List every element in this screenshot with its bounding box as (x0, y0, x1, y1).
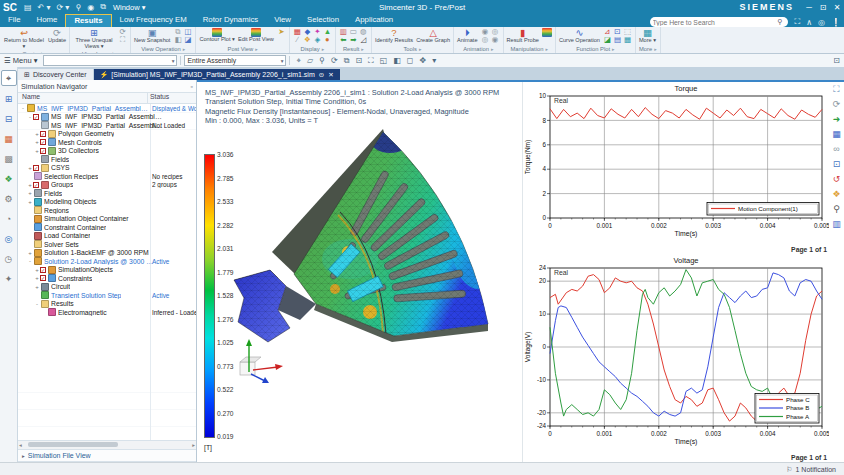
gallery-icon[interactable]: ▤ (24, 3, 32, 12)
ribbon-tab-file[interactable]: File (0, 14, 29, 27)
ribbon-button-create-graph[interactable]: △Create Graph (416, 28, 450, 44)
minimize-ribbon-icon[interactable]: ∧ (806, 18, 812, 27)
select-face-icon[interactable]: ▱ (307, 56, 313, 65)
templates-icon[interactable]: ▩ (2, 152, 16, 166)
tree-row-transient-solution-step[interactable]: Transient Solution StepActive (18, 291, 196, 300)
model-canvas[interactable] (220, 84, 520, 414)
shaded-icon[interactable]: ◧ (393, 56, 401, 65)
tree-row-results[interactable]: -Results (18, 300, 196, 309)
last-frame-icon[interactable]: ◉ (491, 36, 500, 44)
alert-icon[interactable]: ❕ (831, 18, 841, 27)
assembly-scope-select[interactable]: Entire Assembly▾ (184, 55, 286, 66)
ribbon-tab-low-frequency-em[interactable]: Low Frequency EM (112, 14, 195, 27)
search-box[interactable]: ⚲ (650, 17, 788, 27)
display-slash-icon[interactable]: ∕ (293, 36, 302, 44)
snapshot-icon[interactable]: ⛶ (833, 84, 839, 99)
tree-row-3d-collectors[interactable]: +✓3D Collectors (18, 147, 196, 156)
pin-icon[interactable]: ⚲ (75, 3, 81, 12)
find-icon[interactable]: ⚲ (833, 204, 840, 219)
fullscreen-icon[interactable]: ⛶ (795, 17, 801, 27)
tree-row-modeling-objects[interactable]: +Modeling Objects (18, 198, 196, 207)
close-tab-icon[interactable]: ✕ (328, 71, 333, 79)
assembly-navigator-icon[interactable]: ⊞ (2, 92, 16, 106)
close-icon[interactable]: ✕ (830, 3, 844, 12)
restore-icon[interactable]: ⊡ (816, 3, 830, 12)
pan-icon[interactable]: ✥ (419, 56, 426, 65)
more-icon[interactable]: ▾ (432, 56, 436, 65)
tree-row-ms-iwf-ipm3d-partial-assembly-2206-i[interactable]: MS_IWF_IPM3D_Partial_Assembly 2206_i...N… (18, 121, 196, 130)
minimize-icon[interactable]: ─ (802, 3, 816, 12)
refresh-view-icon[interactable]: ⟳ (833, 99, 841, 114)
ribbon-button-identify-results[interactable]: ?Identify Results (375, 28, 413, 44)
ribbon-button-animate[interactable]: ⏵Animate (457, 28, 478, 44)
ribbon-tab-results[interactable]: Results (65, 14, 111, 27)
tree-row-mesh-controls[interactable]: +✓Mesh Controls (18, 138, 196, 147)
tree-row-ms-iwf-ipm3d-partial-assembly-2206-i[interactable]: -✓MS_IWF_IPM3D_Partial_Assembly 2206_i..… (18, 113, 196, 122)
window-icon[interactable]: ⊡ (355, 56, 362, 65)
physics-icon[interactable]: ⚙ (2, 192, 16, 206)
simulation-navigator-icon[interactable]: ⌖ (1, 70, 17, 86)
tree-row-load-container[interactable]: Load Container (18, 232, 196, 241)
tree-row-solver-sets[interactable]: Solver Sets (18, 240, 196, 249)
scroll-left-icon[interactable]: ◂ (19, 441, 22, 449)
checkbox-icon[interactable]: ✓ (33, 165, 39, 171)
undo-red-icon[interactable]: ↺ (833, 174, 841, 189)
tree-row-solution-2-load-analysis-3000-rpm[interactable]: -Solution 2-Load Analysis @ 3000 RPMActi… (18, 257, 196, 266)
help-icon[interactable]: ◎ (818, 18, 825, 27)
constraint-navigator-icon[interactable]: ⊟ (2, 112, 16, 126)
fp-grid-icon[interactable]: ▦ (623, 36, 632, 44)
wireframe-icon[interactable]: ◻ (407, 56, 414, 65)
notification-area[interactable]: ⚐ 1 Notification (786, 466, 836, 474)
display-iso-icon[interactable]: ❖ (303, 36, 312, 44)
column-status[interactable]: Status (148, 93, 196, 103)
window-refresh-icon[interactable]: ⊡ (833, 159, 841, 174)
tree-row-simulation-object-container[interactable]: Simulation Object Container (18, 215, 196, 224)
prev-result-icon[interactable]: ⬅ (339, 36, 348, 44)
pin-tab-icon[interactable]: ⊙ (319, 71, 324, 79)
ribbon-tab-rotor-dynamics[interactable]: Rotor Dynamics (195, 14, 266, 27)
tree-row-constraints[interactable]: +✓Constraints (18, 274, 196, 283)
reuse-library-icon[interactable]: ◔ (2, 212, 16, 226)
tree-row-groups[interactable]: +✓Groups2 groups (18, 181, 196, 190)
ribbon-button-curve-operation[interactable]: ∿Curve Operation (559, 28, 600, 44)
ribbon-tab-selection[interactable]: Selection (299, 14, 347, 27)
ribbon-button-edit-post-view[interactable]: Edit Post View (238, 28, 274, 43)
fp-rows-icon[interactable]: ▤ (613, 36, 622, 44)
search-input[interactable] (653, 18, 776, 27)
tree-row-fields[interactable]: Fields (18, 155, 196, 164)
touch-icon[interactable]: ◉ (87, 3, 94, 12)
ribbon-button-update[interactable]: ⟳Update (48, 28, 66, 44)
next-frame-icon[interactable]: ◎ (481, 36, 490, 44)
columns-icon[interactable]: ▥ (832, 219, 841, 234)
tree-row-csys[interactable]: +✓CSYS (18, 164, 196, 173)
fp-fill-icon[interactable]: ◪ (603, 36, 612, 44)
checkbox-icon[interactable]: ✓ (33, 182, 39, 188)
ribbon-button-contour-plot[interactable]: Contour Plot ▾ (199, 28, 234, 43)
tree-row-ms-iwf-ipm3d-partial-assembly-2206-i-sim[interactable]: -MS_IWF_IPM3D_Partial_Assembly 2206_i_si… (18, 104, 196, 113)
ribbon-tab-view[interactable]: View (266, 14, 299, 27)
ribbon-tab-application[interactable]: Application (347, 14, 401, 27)
tree-row-selection-recipes[interactable]: Selection RecipesNo recipes (18, 172, 196, 181)
doc-tab-simulation-ms-iwf-ipm3d-partial-assembly[interactable]: ⚡[Simulation] MS_IWF_IPM3D_Partial_Assem… (94, 69, 340, 80)
ribbon-tab-home[interactable]: Home (29, 14, 66, 27)
tree-row-electromagnetic[interactable]: ElectromagneticInferred - Loaded (18, 308, 196, 317)
tree-row-simulationobjects[interactable]: +✓SimulationObjects (18, 266, 196, 275)
section-view-icon[interactable]: ◪ (183, 36, 192, 44)
ribbon-button-result-probe[interactable]: ▮Result Probe (507, 28, 539, 44)
checkbox-icon[interactable]: ✓ (40, 267, 46, 273)
export-image-icon[interactable]: ▦ (832, 129, 841, 144)
orient-icon[interactable]: ◱ (380, 56, 388, 65)
snap-icon[interactable]: ⚲ (319, 56, 325, 65)
panel-pin-icon[interactable]: ▫ (191, 83, 193, 90)
glasses-icon[interactable]: ∞ (833, 144, 839, 159)
checkbox-icon[interactable]: ✓ (40, 139, 46, 145)
voltage-chart[interactable]: Voltage00.0010.0020.0030.0040.005-24-20-… (523, 254, 831, 462)
ribbon-button-three-unequal-views[interactable]: ⊞Three Unequal Views ▾ (73, 28, 115, 50)
tree-row-circuit[interactable]: +Circuit (18, 283, 196, 292)
torque-chart[interactable]: Torque00.0010.0020.0030.0040.0050246810R… (523, 82, 831, 254)
redo-icon[interactable]: ⟳ ▾ (56, 3, 69, 12)
shaded-view-icon[interactable]: ◧ (173, 36, 182, 44)
ribbon-button-new-snapshot[interactable]: ▣New Snapshot (134, 28, 170, 44)
web-browser-icon[interactable]: ◎ (2, 232, 16, 246)
post-next-icon[interactable]: ➤ (277, 28, 286, 36)
